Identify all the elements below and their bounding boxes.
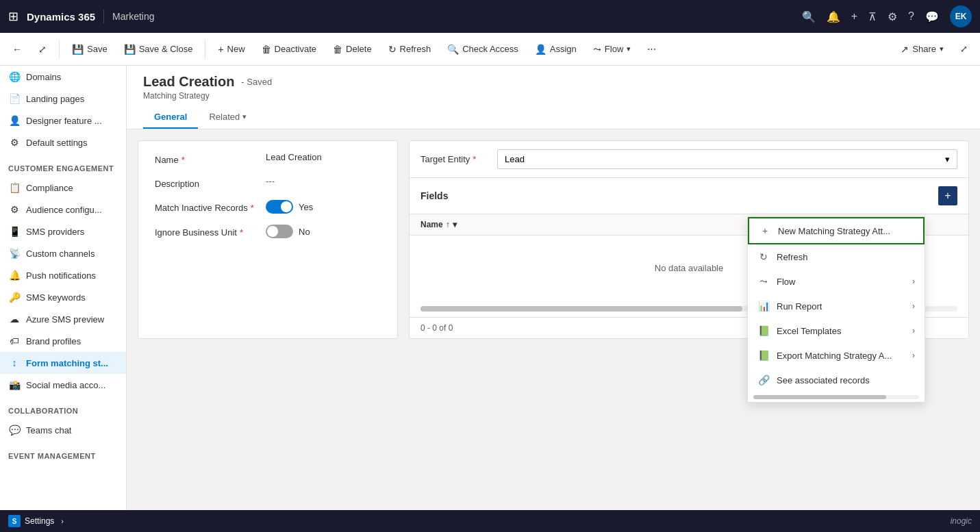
popout-icon: ⤢ bbox=[38, 44, 47, 55]
target-entity-chevron-icon: ▾ bbox=[945, 154, 950, 164]
delete-icon: 🗑 bbox=[333, 44, 342, 55]
save-icon: 💾 bbox=[72, 44, 84, 55]
sidebar-label-domains: Domains bbox=[26, 72, 61, 82]
chat-icon[interactable]: 💬 bbox=[925, 10, 939, 23]
save-button[interactable]: 💾 Save bbox=[65, 40, 114, 59]
dropdown-flow-label: Flow bbox=[777, 277, 795, 287]
flow-button[interactable]: ⤳ Flow ▾ bbox=[586, 40, 638, 59]
social-media-icon: 📸 bbox=[8, 379, 21, 390]
save-close-button[interactable]: 💾 Save & Close bbox=[117, 40, 200, 59]
col-name-header[interactable]: Name ↑ ▾ bbox=[420, 220, 457, 229]
name-value[interactable]: Lead Creation bbox=[266, 152, 322, 162]
sidebar-item-teams-chat[interactable]: 💬 Teams chat bbox=[0, 419, 126, 441]
popout-button[interactable]: ⤢ bbox=[32, 40, 53, 59]
dropdown-item-refresh[interactable]: ↻ Refresh bbox=[748, 244, 925, 269]
sidebar-item-sms-providers[interactable]: 📱 SMS providers bbox=[0, 220, 126, 242]
sidebar-item-default-settings[interactable]: ⚙ Default settings bbox=[0, 131, 126, 153]
sidebar-item-brand-profiles[interactable]: 🏷 Brand profiles bbox=[0, 330, 126, 352]
match-inactive-label: Match Inactive Records * bbox=[155, 200, 257, 213]
audience-config-icon: ⚙ bbox=[8, 204, 21, 215]
sidebar-item-form-matching[interactable]: ↕ Form matching st... bbox=[0, 352, 126, 374]
sidebar-item-push-notifications[interactable]: 🔔 Push notifications bbox=[0, 264, 126, 286]
dropdown-run-report-label: Run Report bbox=[777, 301, 822, 312]
share-button[interactable]: ↗ Share ▾ bbox=[894, 40, 951, 59]
landing-pages-icon: 📄 bbox=[8, 93, 21, 104]
sms-keywords-icon: 🔑 bbox=[8, 292, 21, 303]
dropdown-item-run-report[interactable]: 📊 Run Report › bbox=[748, 294, 925, 318]
assign-button[interactable]: 👤 Assign bbox=[528, 40, 583, 59]
expand-button[interactable]: ⤢ bbox=[953, 40, 975, 58]
sidebar-section-collaboration: Collaboration bbox=[0, 396, 126, 419]
new-label: New bbox=[227, 44, 245, 54]
sidebar-item-sms-keywords[interactable]: 🔑 SMS keywords bbox=[0, 286, 126, 308]
dropdown-item-excel-templates[interactable]: 📗 Excel Templates › bbox=[748, 318, 925, 343]
save-label: Save bbox=[87, 44, 108, 54]
sidebar: 🌐 Domains 📄 Landing pages 👤 Designer fea… bbox=[0, 66, 127, 532]
bottom-bar: S Settings › inogic bbox=[0, 510, 980, 532]
settings-chevron-icon: › bbox=[61, 517, 64, 525]
sidebar-item-audience-config[interactable]: ⚙ Audience configu... bbox=[0, 199, 126, 220]
compliance-icon: 📋 bbox=[8, 182, 21, 193]
sidebar-item-social-media[interactable]: 📸 Social media acco... bbox=[0, 374, 126, 396]
sms-providers-icon: 📱 bbox=[8, 226, 21, 237]
check-access-icon: 🔍 bbox=[447, 44, 459, 55]
sidebar-item-domains[interactable]: 🌐 Domains bbox=[0, 66, 126, 88]
target-entity-value: Lead bbox=[505, 154, 525, 164]
notification-icon[interactable]: 🔔 bbox=[827, 10, 840, 23]
tab-general[interactable]: General bbox=[143, 106, 198, 129]
dropdown-item-export-matching[interactable]: 📗 Export Matching Strategy A... › bbox=[748, 343, 925, 368]
ignore-bu-track[interactable] bbox=[266, 225, 293, 238]
filter-icon[interactable]: ⊼ bbox=[868, 10, 877, 23]
default-settings-icon: ⚙ bbox=[8, 137, 21, 148]
sidebar-label-custom-channels: Custom channels bbox=[26, 249, 95, 259]
settings-icon[interactable]: ⚙ bbox=[888, 10, 897, 23]
save-close-icon: 💾 bbox=[124, 44, 136, 55]
scrollbar-thumb bbox=[420, 306, 742, 312]
search-icon[interactable]: 🔍 bbox=[802, 10, 816, 23]
sidebar-item-custom-channels[interactable]: 📡 Custom channels bbox=[0, 242, 126, 264]
match-inactive-row: Match Inactive Records * Yes bbox=[155, 200, 381, 214]
sidebar-item-designer-feature[interactable]: 👤 Designer feature ... bbox=[0, 110, 126, 131]
ignore-bu-toggle[interactable]: No bbox=[266, 225, 310, 238]
top-navigation: ⊞ Dynamics 365 Marketing 🔍 🔔 + ⊼ ⚙ ? 💬 E… bbox=[0, 0, 980, 33]
sidebar-item-azure-sms-preview[interactable]: ☁ Azure SMS preview bbox=[0, 308, 126, 330]
fields-label: Fields bbox=[420, 190, 448, 201]
dropdown-item-flow[interactable]: ⤳ Flow › bbox=[748, 269, 925, 294]
help-icon[interactable]: ? bbox=[908, 10, 914, 23]
refresh-button[interactable]: ↻ Refresh bbox=[381, 40, 438, 59]
top-nav-right: 🔍 🔔 + ⊼ ⚙ ? 💬 EK bbox=[802, 5, 972, 27]
add-field-button[interactable]: + bbox=[938, 186, 957, 205]
dropdown-excel-label: Excel Templates bbox=[777, 326, 841, 336]
name-label: Name * bbox=[155, 152, 257, 165]
dropdown-item-new-matching[interactable]: + New Matching Strategy Att... bbox=[748, 217, 925, 244]
toolbar-right: ↗ Share ▾ ⤢ bbox=[894, 40, 975, 59]
add-icon[interactable]: + bbox=[851, 10, 857, 23]
name-row: Name * Lead Creation bbox=[155, 152, 381, 165]
description-value[interactable]: --- bbox=[266, 176, 275, 186]
expand-icon: ⤢ bbox=[960, 44, 968, 54]
dropdown-scrollbar[interactable] bbox=[753, 395, 919, 399]
match-inactive-toggle[interactable]: Yes bbox=[266, 200, 313, 214]
grid-icon[interactable]: ⊞ bbox=[8, 9, 18, 24]
sidebar-section-event: Event management bbox=[0, 441, 126, 464]
target-entity-select[interactable]: Lead ▾ bbox=[497, 149, 957, 169]
col-filter-icon: ▾ bbox=[453, 220, 457, 229]
back-button[interactable]: ← bbox=[5, 40, 29, 59]
match-inactive-track[interactable] bbox=[266, 200, 293, 214]
settings-nav-item[interactable]: S Settings › bbox=[8, 515, 64, 527]
user-avatar[interactable]: EK bbox=[950, 5, 972, 27]
deactivate-button[interactable]: 🗑 Deactivate bbox=[255, 40, 323, 59]
target-entity-row: Target Entity * Lead ▾ bbox=[410, 141, 968, 178]
brand-area: Dynamics 365 bbox=[27, 11, 95, 23]
sidebar-label-azure-sms-preview: Azure SMS preview bbox=[26, 314, 104, 325]
more-button[interactable]: ⋯ bbox=[640, 40, 663, 58]
push-notifications-icon: 🔔 bbox=[8, 270, 21, 281]
tab-related[interactable]: Related ▾ bbox=[198, 106, 257, 129]
check-access-button[interactable]: 🔍 Check Access bbox=[440, 40, 525, 59]
dropdown-item-see-associated[interactable]: 🔗 See associated records bbox=[748, 368, 925, 392]
new-button[interactable]: + New bbox=[211, 40, 251, 59]
dropdown-run-report-chevron-icon: › bbox=[912, 301, 915, 311]
sidebar-item-compliance[interactable]: 📋 Compliance bbox=[0, 177, 126, 199]
sidebar-item-landing-pages[interactable]: 📄 Landing pages bbox=[0, 88, 126, 110]
delete-button[interactable]: 🗑 Delete bbox=[326, 40, 379, 59]
